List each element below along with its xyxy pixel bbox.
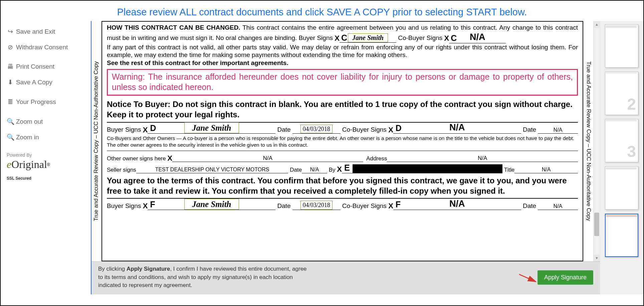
zoom-out-button[interactable]: 🔍Zoom out (7, 114, 90, 129)
apply-signature-button[interactable]: Apply Signature (538, 270, 593, 285)
ban-icon: ⊘ (7, 43, 14, 51)
thumbnail-page-2[interactable]: 2 (605, 72, 638, 115)
withdraw-consent-button[interactable]: ⊘Withdraw Consent (7, 39, 90, 55)
sidebar-label: Save A Copy (16, 79, 52, 86)
your-progress-button[interactable]: ≣Your Progress (7, 94, 90, 110)
ssl-secured-label: SSL Secured (7, 176, 90, 181)
other-owner-row: Other owner signs here X N/A Address N/A (107, 152, 578, 162)
agreement-confirmation: You agree to the terms of this contract.… (107, 175, 578, 196)
cobuyer-definition: Co-Buyers and Other Owners — A co-buyer … (107, 135, 578, 148)
sidebar-label: Zoom in (16, 134, 39, 141)
buyer-signature-c[interactable]: Jane Smith (348, 33, 388, 42)
powered-by-label: Powered By (7, 152, 90, 158)
side-watermark-left: True and Accurate Review Copy – UCC Non-… (91, 21, 101, 261)
print-icon: 🖶 (7, 63, 14, 70)
sidebar-label: Withdraw Consent (16, 44, 68, 51)
signature-row-d: Buyer Signs X DJane Smith Date 04/03/201… (107, 124, 578, 134)
main-container: ↪Save and Exit ⊘Withdraw Consent 🖶Print … (1, 21, 643, 294)
page-thumbnails: 2 3 (600, 21, 643, 294)
cobuyer-na-f: N/A (449, 198, 465, 210)
save-exit-button[interactable]: ↪Save and Exit (7, 24, 90, 39)
section-heading: HOW THIS CONTRACT CAN BE CHANGED. (107, 24, 240, 31)
review-banner: Please review ALL contract documents and… (1, 1, 643, 21)
thumbnail-page-4[interactable] (605, 166, 638, 210)
scroll-down-icon[interactable]: ▼ (594, 255, 600, 261)
sidebar-label: Your Progress (16, 98, 56, 106)
side-watermark-right: True and Accurate Review Copy – UCC Non-… (584, 21, 593, 261)
sidebar-label: Zoom out (16, 118, 43, 125)
zoom-out-icon: 🔍 (7, 118, 14, 125)
cobuyer-na-d: N/A (449, 122, 465, 133)
eoriginal-logo: eOriginal® (7, 158, 90, 171)
insurance-warning: Warning: The insurance afforded hereunde… (107, 69, 578, 96)
buyer-signature-d[interactable]: Jane Smith (184, 122, 239, 133)
scroll-up-icon[interactable]: ▲ (594, 21, 600, 28)
pointer-arrow-icon (521, 275, 539, 285)
sidebar-label: Print Consent (16, 63, 54, 70)
contract-page: HOW THIS CONTRACT CAN BE CHANGED. This c… (101, 21, 583, 261)
scroll-thumb[interactable] (594, 213, 599, 236)
notice-to-buyer: Notice To Buyer: Do not sign this contra… (107, 99, 578, 120)
thumbnail-page-1[interactable] (605, 24, 638, 68)
signature-footer: By clicking Apply Signature, I confirm I… (91, 261, 600, 294)
thumbnail-page-5[interactable] (605, 214, 638, 257)
zoom-in-button[interactable]: 🔍Zoom in (7, 129, 90, 145)
svg-line-0 (519, 274, 536, 282)
zoom-in-icon: 🔍 (7, 133, 14, 141)
document-area: True and Accurate Review Copy – UCC Non-… (91, 21, 600, 294)
redacted-seller-signature (353, 164, 502, 173)
signature-row-f: Buyer Signs X FJane Smith Date 04/03/201… (107, 200, 578, 210)
document-scrollbar[interactable]: ▲ ▼ (593, 21, 600, 261)
buyer-date-f: 04/03/2018 (300, 201, 333, 210)
buyer-signature-f[interactable]: Jane Smith (184, 199, 239, 210)
sidebar: ↪Save and Exit ⊘Withdraw Consent 🖶Print … (1, 21, 91, 294)
print-consent-button[interactable]: 🖶Print Consent (7, 59, 90, 74)
save-copy-button[interactable]: ⬇Save A Copy (7, 74, 90, 90)
thumbnail-page-3[interactable]: 3 (605, 119, 638, 162)
cobuyer-na-c: N/A (470, 32, 485, 42)
download-icon: ⬇ (7, 78, 14, 86)
list-icon: ≣ (7, 98, 14, 106)
buyer-date-d: 04/03/2018 (300, 125, 333, 134)
sidebar-label: Save and Exit (16, 28, 55, 35)
exit-icon: ↪ (7, 28, 14, 35)
footer-text: By clicking Apply Signature, I confirm I… (98, 265, 309, 290)
seller-row: Seller signs TEST DEALERSHIP ONLY VICTOR… (107, 163, 578, 173)
